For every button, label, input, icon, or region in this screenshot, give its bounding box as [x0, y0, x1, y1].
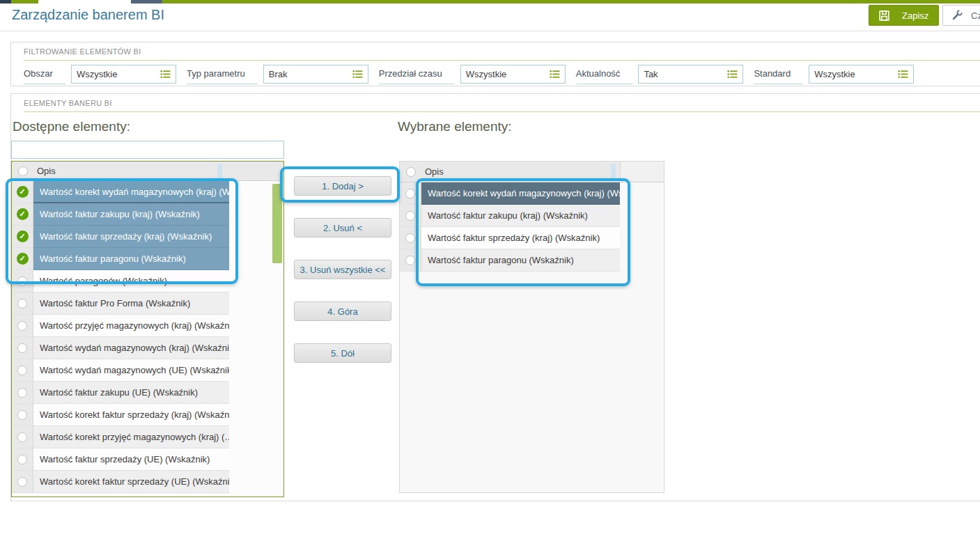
transfer-button-5[interactable]: 5. Dół	[294, 343, 391, 363]
list-icon	[727, 70, 738, 79]
row-label[interactable]: Wartość faktur zakupu (kraj) (Wskaźnik)	[33, 203, 229, 226]
available-heading: Dostępne elementy:	[13, 119, 130, 134]
radio-icon[interactable]	[12, 292, 33, 315]
row-label[interactable]: Wartość korekt faktur sprzedaży (UE) (Ws…	[33, 471, 229, 493]
select-all-radio-icon[interactable]	[18, 166, 28, 176]
filter-item-4: AktualnośćTak	[576, 65, 754, 84]
row-label[interactable]: Wartość paragonów (Wskaźnik)	[33, 270, 229, 292]
transfer-button-1[interactable]: 1. Dodaj >	[294, 176, 391, 196]
floppy-icon	[878, 10, 890, 22]
available-row[interactable]: Wartość faktur sprzedaży (UE) (Wskaźnik)	[12, 448, 283, 471]
row-label[interactable]: Wartość faktur Pro Forma (Wskaźnik)	[33, 292, 229, 315]
list-icon	[160, 70, 171, 79]
check-icon[interactable]: ✓	[12, 181, 33, 203]
radio-icon[interactable]	[12, 404, 33, 426]
available-row[interactable]: Wartość wydań magazynowych (kraj) (Wskaź…	[12, 337, 283, 359]
actions-button[interactable]: Czy	[942, 5, 980, 26]
filter-section-title: FILTROWANIE ELEMENTÓW BI	[24, 47, 141, 56]
header-divider	[0, 31, 980, 31]
row-label[interactable]: Wartość korekt faktur sprzedaży (kraj) (…	[33, 404, 229, 426]
transfer-button-2[interactable]: 2. Usuń <	[294, 218, 391, 237]
available-row[interactable]: Wartość korekt przyjęć magazynowych (kra…	[12, 426, 283, 448]
available-row[interactable]: ✓Wartość korekt wydań magazynowych (kraj…	[12, 181, 283, 203]
row-label[interactable]: Wartość wydań magazynowych (kraj) (Wskaź…	[33, 337, 229, 359]
filter-dropdown[interactable]: Wszystkie	[71, 65, 176, 84]
available-row[interactable]: ✓Wartość faktur zakupu (kraj) (Wskaźnik)	[12, 203, 283, 226]
available-row[interactable]: Wartość korekt faktur sprzedaży (kraj) (…	[12, 404, 283, 426]
filter-label: Obszar	[24, 65, 65, 84]
page-title: Zarządzanie banerem BI	[12, 7, 164, 23]
filter-label: Standard	[754, 65, 803, 84]
selected-column-header: Opis	[425, 166, 444, 177]
radio-icon[interactable]	[12, 337, 33, 359]
row-label[interactable]: Wartość korekt przyjęć magazynowych (kra…	[33, 426, 229, 448]
elements-panel: ELEMENTY BANERU BI Dostępne elementy: Wy…	[10, 93, 980, 501]
radio-icon[interactable]	[12, 382, 33, 404]
column-resize-indicator[interactable]	[217, 164, 222, 178]
filter-dropdown[interactable]: Wszystkie	[809, 65, 914, 84]
radio-icon[interactable]	[400, 182, 421, 205]
row-label[interactable]: Wartość korekt wydań magazynowych (kraj)…	[33, 181, 229, 203]
radio-icon[interactable]	[12, 359, 33, 382]
select-all-radio-icon[interactable]	[406, 167, 416, 177]
filter-label: Aktualność	[576, 65, 633, 84]
available-row[interactable]: Wartość wydań magazynowych (UE) (Wskaźni…	[12, 359, 283, 382]
row-label[interactable]: Wartość faktur sprzedaży (UE) (Wskaźnik)	[33, 448, 229, 471]
row-label[interactable]: Wartość przyjęć magazynowych (kraj) (Wsk…	[33, 315, 229, 337]
selected-row[interactable]: Wartość faktur zakupu (kraj) (Wskaźnik)	[400, 205, 664, 227]
row-label[interactable]: Wartość faktur sprzedaży (kraj) (Wskaźni…	[421, 227, 620, 249]
radio-icon[interactable]	[12, 471, 33, 493]
save-button[interactable]: Zapisz	[869, 5, 939, 26]
check-icon[interactable]: ✓	[12, 226, 33, 248]
available-row[interactable]: Wartość korekt faktur sprzedaży (UE) (Ws…	[12, 471, 283, 493]
filter-dropdown[interactable]: Tak	[638, 65, 743, 84]
row-label[interactable]: Wartość korekt wydań magazynowych (kraj)…	[421, 182, 620, 205]
row-label[interactable]: Wartość faktur paragonu (Wskaźnik)	[421, 249, 620, 272]
strip-segment-green-long	[162, 0, 980, 3]
check-icon[interactable]: ✓	[12, 203, 33, 226]
top-color-strip	[0, 0, 980, 3]
strip-segment-slate	[131, 0, 162, 3]
available-column-header: Opis	[37, 166, 56, 176]
selected-list-header: Opis	[400, 162, 664, 182]
available-row[interactable]: Wartość przyjęć magazynowych (kraj) (Wsk…	[12, 315, 283, 337]
list-icon	[898, 70, 908, 79]
row-label[interactable]: Wartość faktur zakupu (UE) (Wskaźnik)	[33, 382, 229, 404]
filter-selected-value: Wszystkie	[814, 69, 855, 79]
selected-list: Opis Wartość korekt wydań magazynowych (…	[399, 161, 664, 493]
check-icon[interactable]: ✓	[12, 248, 33, 270]
strip-segment-navy	[0, 0, 11, 3]
filter-item-2: Typ parametruBrak	[187, 65, 379, 84]
transfer-button-3[interactable]: 3. Usuń wszystkie <<	[294, 260, 391, 279]
radio-icon[interactable]	[12, 270, 33, 292]
row-label[interactable]: Wartość wydań magazynowych (UE) (Wskaźni…	[33, 359, 229, 382]
row-label[interactable]: Wartość faktur sprzedaży (kraj) (Wskaźni…	[33, 226, 229, 248]
radio-icon[interactable]	[12, 315, 33, 337]
radio-icon[interactable]	[400, 205, 421, 227]
transfer-button-4[interactable]: 4. Góra	[294, 302, 391, 321]
available-row[interactable]: Wartość faktur zakupu (UE) (Wskaźnik)	[12, 382, 283, 404]
selected-row[interactable]: Wartość korekt wydań magazynowych (kraj)…	[400, 182, 664, 205]
radio-icon[interactable]	[12, 448, 33, 471]
scrollbar-thumb[interactable]	[272, 184, 282, 263]
available-search-input[interactable]	[11, 141, 284, 159]
available-row[interactable]: Wartość faktur Pro Forma (Wskaźnik)	[12, 292, 283, 315]
filter-item-3: Przedział czasuWszystkie	[379, 65, 576, 84]
available-row[interactable]: Wartość paragonów (Wskaźnik)	[12, 270, 283, 292]
radio-icon[interactable]	[400, 227, 421, 249]
row-label[interactable]: Wartość faktur zakupu (kraj) (Wskaźnik)	[421, 205, 620, 227]
row-label[interactable]: Wartość faktur paragonu (Wskaźnik)	[33, 248, 229, 270]
filter-dropdown[interactable]: Brak	[263, 65, 368, 84]
radio-icon[interactable]	[400, 249, 421, 272]
available-row[interactable]: ✓Wartość faktur paragonu (Wskaźnik)	[12, 248, 283, 270]
filter-selected-value: Wszystkie	[77, 69, 118, 79]
column-resize-indicator[interactable]	[611, 164, 616, 180]
list-icon	[550, 70, 560, 79]
radio-icon[interactable]	[12, 426, 33, 448]
selected-row[interactable]: Wartość faktur paragonu (Wskaźnik)	[400, 249, 664, 272]
wrench-icon	[951, 9, 963, 22]
filter-dropdown[interactable]: Wszystkie	[460, 65, 566, 84]
selected-row[interactable]: Wartość faktur sprzedaży (kraj) (Wskaźni…	[400, 227, 664, 249]
available-row[interactable]: ✓Wartość faktur sprzedaży (kraj) (Wskaźn…	[12, 226, 283, 248]
elements-section-underline	[24, 111, 980, 112]
